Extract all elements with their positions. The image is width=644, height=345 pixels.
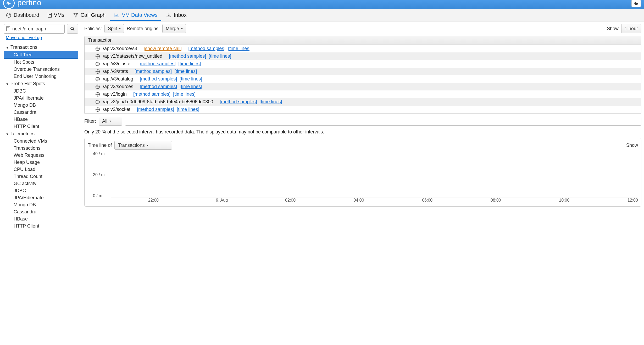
move-up-link[interactable]: Move one level up — [6, 35, 42, 40]
search-button[interactable] — [67, 24, 78, 34]
x-axis-tick: 02:00 — [285, 198, 296, 203]
chevron-down-icon: ▾ — [181, 27, 183, 30]
transaction-row[interactable]: /apiv2/datasets/new_untitled [method sam… — [85, 52, 641, 60]
transaction-row[interactable]: /api/v3/cluster [method samples] [time l… — [85, 60, 641, 68]
tree-item[interactable]: HTTP Client — [4, 123, 78, 130]
filter-input[interactable] — [125, 117, 641, 126]
tree-item[interactable]: JPA/Hibernate — [4, 194, 78, 201]
tree-item[interactable]: Mongo DB — [4, 102, 78, 109]
tree-item[interactable]: Cassandra — [4, 208, 78, 215]
transaction-path: /apiv2/source/s3 — [103, 46, 137, 51]
show-range-select[interactable]: 1 hour — [621, 24, 641, 33]
policies-label: Policies: — [84, 26, 102, 31]
transaction-row[interactable]: /apiv2/source/s3 [show remote call] [met… — [85, 45, 641, 52]
method-samples-link[interactable]: [method samples] — [140, 76, 177, 82]
method-samples-link[interactable]: [method samples] — [188, 46, 225, 51]
method-samples-link[interactable]: [method samples] — [140, 84, 177, 89]
remote-origins-value: Merge — [166, 26, 179, 31]
path-input[interactable]: noetl/dremioapp — [4, 24, 65, 34]
tree-item[interactable]: Web Requests — [4, 152, 78, 159]
gauge-icon — [6, 12, 12, 18]
tab-call-graph[interactable]: Call Graph — [69, 9, 109, 21]
time-lines-link[interactable]: [time lines] — [178, 61, 201, 67]
transaction-path: /apiv2/login — [103, 91, 127, 97]
tree-item[interactable]: JDBC — [4, 88, 78, 95]
tree-group-label: Probe Hot Spots — [10, 81, 45, 87]
sidebar: noetl/dremioapp Move one level up Transa… — [0, 21, 81, 345]
tree-item[interactable]: Heap Usage — [4, 159, 78, 166]
tree-item[interactable]: Call Tree — [4, 51, 78, 59]
tree-item[interactable]: HBase — [4, 215, 78, 223]
method-samples-link[interactable]: [method samples] — [169, 53, 206, 59]
timeline-select[interactable]: Transactions ▾ — [114, 141, 172, 150]
time-lines-link[interactable]: [time lines] — [177, 107, 199, 112]
tree-item[interactable]: End User Monitoring — [4, 73, 78, 80]
tree-item[interactable]: GC activity — [4, 180, 78, 187]
globe-icon — [95, 61, 100, 67]
tab-vms[interactable]: VMs — [44, 9, 68, 21]
transaction-row[interactable]: /api/v3/catalog [method samples] [time l… — [85, 75, 641, 83]
method-samples-link[interactable]: [method samples] — [133, 91, 170, 97]
svg-point-4 — [71, 27, 73, 30]
info-message: Only 20 % of the selected interval has r… — [84, 129, 641, 138]
globe-icon — [95, 99, 100, 105]
tab-dashboard[interactable]: Dashboard — [2, 9, 43, 21]
time-lines-link[interactable]: [time lines] — [180, 76, 202, 82]
tree-item[interactable]: JDBC — [4, 187, 78, 194]
policies-select[interactable]: Split ▾ — [104, 24, 124, 33]
tree-group-header[interactable]: Telemetries — [4, 130, 78, 138]
filter-row: Filter: All ▾ — [84, 114, 641, 129]
theme-toggle-button[interactable] — [631, 0, 641, 7]
method-samples-link[interactable]: [method samples] — [138, 61, 176, 67]
transaction-path: /apiv2/job/1d0db909-8fad-a56d-4e4a-be580… — [103, 99, 213, 105]
time-lines-link[interactable]: [time lines] — [173, 91, 196, 97]
tree-item[interactable]: JPA/Hibernate — [4, 95, 78, 102]
tree-item[interactable]: Thread Count — [4, 173, 78, 180]
tree-item[interactable]: Cassandra — [4, 109, 78, 116]
remote-origins-select[interactable]: Merge ▾ — [162, 24, 186, 33]
tree-group-label: Transactions — [10, 45, 37, 50]
globe-icon — [95, 107, 100, 112]
tree-item[interactable]: Connected VMs — [4, 138, 78, 145]
transaction-row[interactable]: /apiv2/login [method samples] [time line… — [85, 90, 641, 98]
tree-item[interactable]: HBase — [4, 116, 78, 123]
tree-group-header[interactable]: Transactions — [4, 44, 78, 51]
method-samples-link[interactable]: [method samples] — [220, 99, 257, 105]
timeline-chart: 40 / m20 / m0 / m 22:009. Aug02:0004:000… — [93, 151, 638, 204]
chevron-down-icon — [6, 45, 9, 50]
tree-item[interactable]: HTTP Client — [4, 223, 78, 230]
sidebar-tree: TransactionsCall TreeHot SpotsOverdue Tr… — [4, 44, 78, 230]
filter-select[interactable]: All ▾ — [99, 117, 122, 126]
method-samples-link[interactable]: [method samples] — [137, 107, 174, 112]
transaction-row[interactable]: /apiv2/sources [method samples] [time li… — [85, 83, 641, 90]
tree-item[interactable]: Overdue Transactions — [4, 66, 78, 73]
chevron-down-icon: ▾ — [147, 143, 148, 147]
tree-item[interactable]: CPU Load — [4, 166, 78, 173]
transaction-row[interactable]: /apiv2/job/1d0db909-8fad-a56d-4e4a-be580… — [85, 98, 641, 106]
time-lines-link[interactable]: [time lines] — [228, 46, 251, 51]
graph-icon — [73, 12, 79, 18]
tab-inbox[interactable]: Inbox — [162, 9, 190, 21]
show-remote-call-link[interactable]: [show remote call] — [144, 46, 182, 51]
transaction-path: /api/v3/cluster — [103, 61, 132, 67]
tree-item[interactable]: Mongo DB — [4, 201, 78, 208]
timeline-show-label: Show — [626, 143, 638, 148]
tab-vm-data-views[interactable]: VM Data Views — [110, 9, 161, 21]
time-lines-link[interactable]: [time lines] — [174, 69, 197, 74]
filter-value: All — [102, 118, 107, 124]
time-lines-link[interactable]: [time lines] — [180, 84, 202, 89]
chart-plot-area[interactable] — [111, 151, 638, 197]
time-lines-link[interactable]: [time lines] — [259, 99, 282, 105]
tree-item[interactable]: Transactions — [4, 145, 78, 152]
show-label: Show — [607, 26, 619, 31]
time-lines-link[interactable]: [time lines] — [209, 53, 231, 59]
show-range-value: 1 hour — [625, 26, 638, 31]
transaction-row[interactable]: /apiv2/socket [method samples] [time lin… — [85, 106, 641, 113]
transaction-table: Transaction /apiv2/source/s3 [show remot… — [84, 36, 641, 114]
tab-label: VMs — [54, 12, 64, 18]
tree-group-header[interactable]: Probe Hot Spots — [4, 80, 78, 88]
tree-item[interactable]: Hot Spots — [4, 59, 78, 66]
transaction-row[interactable]: /api/v3/stats [method samples] [time lin… — [85, 68, 641, 75]
method-samples-link[interactable]: [method samples] — [135, 69, 172, 74]
inbox-icon — [166, 12, 172, 18]
